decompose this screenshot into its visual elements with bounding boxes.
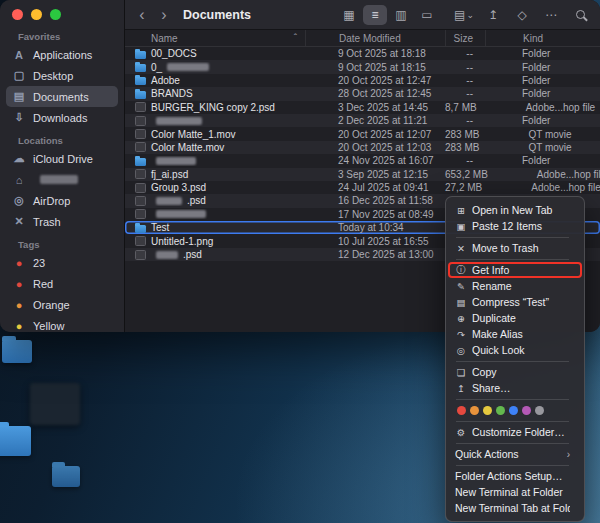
file-icon — [135, 158, 146, 166]
icon-view-button[interactable]: ▦ — [337, 5, 361, 25]
date-modified-cell: 24 Jul 2025 at 09:41 — [305, 182, 445, 193]
context-menu-item[interactable]: ◎ Quick Look — [446, 342, 584, 358]
sidebar-item[interactable]: ⇩ Downloads — [6, 107, 118, 128]
size-cell: 8,7 MB — [445, 102, 489, 113]
context-menu-item[interactable]: ✎ Rename — [446, 278, 584, 294]
context-menu-item[interactable]: New Terminal at Folder — [446, 484, 584, 500]
menu-item-icon: ↷ — [455, 329, 467, 340]
tag-color-dot[interactable] — [522, 406, 531, 415]
context-menu-item[interactable]: Folder Actions Setup… — [446, 468, 584, 484]
toolbar-actions: ▦ ≡ ▥ ▭ ▤ ⌄ ↥ ◇ ⋯ — [337, 5, 592, 25]
sidebar-item: Favorites — [6, 29, 118, 44]
window-title: Documents — [183, 8, 251, 22]
tag-color-dot[interactable] — [496, 406, 505, 415]
context-menu-item[interactable]: ❏ Copy — [446, 364, 584, 380]
table-row[interactable]: 2 Dec 2025 at 11:21 -- Folder — [125, 114, 600, 127]
redacted-file-name — [156, 197, 182, 205]
zoom-window-button[interactable] — [50, 9, 61, 20]
date-modified-cell: 17 Nov 2025 at 08:49 — [305, 209, 445, 220]
table-row[interactable]: 0_ 9 Oct 2025 at 18:15 -- Folder — [125, 60, 600, 73]
sidebar-item[interactable]: ◎ AirDrop — [6, 190, 118, 211]
tag-color-dot[interactable] — [470, 406, 479, 415]
table-row[interactable]: 24 Nov 2025 at 16:07 -- Folder — [125, 154, 600, 167]
context-menu-item[interactable] — [446, 402, 584, 418]
tags-button[interactable]: ◇ — [510, 5, 534, 25]
sidebar-item[interactable]: ● 23 — [6, 252, 118, 273]
gallery-view-button[interactable]: ▭ — [415, 5, 439, 25]
window-controls — [0, 6, 124, 24]
file-name-cell: 0_ — [125, 62, 305, 73]
context-menu-item[interactable]: ⊞ Open in New Tab — [446, 202, 584, 218]
desktop-folder-icon[interactable] — [2, 340, 32, 363]
sidebar-item[interactable]: ☁ iCloud Drive — [6, 148, 118, 169]
file-icon — [135, 183, 146, 193]
table-row[interactable]: BRANDS 28 Oct 2025 at 12:45 -- Folder — [125, 87, 600, 100]
column-header-name[interactable]: Name ˆ — [125, 30, 305, 46]
sidebar-item[interactable]: ▢ Desktop — [6, 65, 118, 86]
table-row[interactable]: Group 3.psd 24 Jul 2025 at 09:41 27,2 MB… — [125, 181, 600, 194]
context-menu-item[interactable]: ⊕ Duplicate — [446, 310, 584, 326]
table-row[interactable]: 00_DOCS 9 Oct 2025 at 18:18 -- Folder — [125, 47, 600, 60]
sidebar-item[interactable]: ⌂ — [6, 169, 118, 190]
context-menu-item[interactable]: ✕ Move to Trash — [446, 240, 584, 256]
context-menu-item[interactable]: ↥ Share… — [446, 380, 584, 396]
group-by-button[interactable]: ▤ ⌄ — [452, 5, 476, 25]
sidebar-item[interactable]: ✕ Trash — [6, 211, 118, 232]
date-modified-cell: Today at 10:34 — [305, 222, 445, 233]
sort-ascending-icon: ˆ — [294, 33, 297, 44]
context-menu-item[interactable]: New Terminal Tab at Folder — [446, 500, 584, 516]
file-name-cell — [125, 156, 305, 166]
tag-color-dot[interactable] — [535, 406, 544, 415]
sidebar-item-icon: ▤ — [12, 90, 26, 103]
table-row[interactable]: Adobe 20 Oct 2025 at 12:47 -- Folder — [125, 74, 600, 87]
desktop: { "toolbar": { "back": "‹", "forward": "… — [0, 0, 600, 523]
file-icon — [135, 169, 146, 179]
tag-color-dot[interactable] — [457, 406, 466, 415]
ellipsis-icon: ⋯ — [545, 8, 557, 22]
menu-item-label: Quick Look — [472, 344, 570, 356]
back-button[interactable]: ‹ — [133, 7, 151, 23]
table-row[interactable]: fj_ai.psd 3 Sep 2025 at 12:15 653,2 MB A… — [125, 168, 600, 181]
more-options-button[interactable]: ⋯ — [539, 5, 563, 25]
tag-color-dot[interactable] — [483, 406, 492, 415]
list-view-button[interactable]: ≡ — [363, 5, 387, 25]
context-menu-item[interactable]: ⚙ Customize Folder… — [446, 424, 584, 440]
column-header-date-modified[interactable]: Date Modified — [305, 30, 445, 46]
menu-item-icon: ⓘ — [455, 264, 467, 277]
column-view-button[interactable]: ▥ — [389, 5, 413, 25]
file-icon — [135, 196, 146, 206]
context-menu-item[interactable]: ↷ Make Alias — [446, 326, 584, 342]
sidebar-item[interactable]: ▤ Documents — [6, 86, 118, 107]
kind-cell: Adobe...hop file — [494, 182, 600, 193]
date-modified-cell: 20 Oct 2025 at 12:47 — [305, 75, 445, 86]
context-menu-item[interactable]: Quick Actions › — [446, 446, 584, 462]
context-menu-item[interactable]: ▣ Paste 12 Items — [446, 218, 584, 234]
table-row[interactable]: Color Matte_1.mov 20 Oct 2025 at 12:07 2… — [125, 127, 600, 140]
date-modified-cell: 2 Dec 2025 at 11:21 — [305, 115, 445, 126]
sidebar-item[interactable]: A Applications — [6, 44, 118, 65]
share-button[interactable]: ↥ — [481, 5, 505, 25]
column-header-size[interactable]: Size — [445, 30, 485, 46]
redacted-file-name — [156, 117, 202, 125]
column-header-kind[interactable]: Kind — [485, 30, 600, 46]
search-button[interactable] — [568, 5, 592, 25]
table-row[interactable]: BURGER_KING copy 2.psd 3 Dec 2025 at 14:… — [125, 101, 600, 114]
sidebar-item[interactable]: ● Red — [6, 273, 118, 294]
desktop-folder-icon[interactable] — [0, 426, 31, 456]
table-row[interactable]: Color Matte.mov 20 Oct 2025 at 12:03 283… — [125, 141, 600, 154]
context-menu-item[interactable]: ⓘ Get Info — [448, 262, 582, 278]
forward-button[interactable]: › — [155, 7, 173, 23]
menu-item-icon: ◎ — [455, 345, 467, 356]
close-window-button[interactable] — [12, 9, 23, 20]
tag-color-dot[interactable] — [509, 406, 518, 415]
sidebar-item[interactable]: ● Yellow — [6, 315, 118, 332]
minimize-window-button[interactable] — [31, 9, 42, 20]
context-menu-item[interactable]: ▤ Compress “Test” — [446, 294, 584, 310]
kind-cell: Folder — [485, 75, 600, 86]
sidebar-item[interactable]: ● Orange — [6, 294, 118, 315]
desktop-folder-icon[interactable] — [52, 466, 80, 487]
tag-color-row — [457, 406, 544, 415]
desktop-redacted-icon[interactable] — [30, 383, 80, 425]
menu-item-icon: ▣ — [455, 221, 467, 232]
sidebar-item: Tags — [6, 237, 118, 252]
